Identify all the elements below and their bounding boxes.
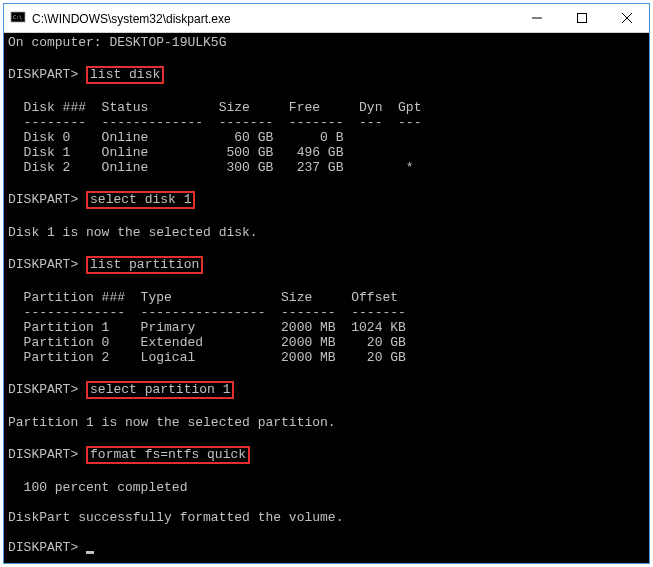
cursor — [86, 551, 94, 554]
titlebar[interactable]: C:\ C:\WINDOWS\system32\diskpart.exe — [4, 4, 649, 33]
prompt: DISKPART> — [8, 257, 78, 272]
svg-text:C:\: C:\ — [13, 14, 22, 20]
disk-table-sep: -------- ------------- ------- ------- -… — [8, 115, 645, 130]
prompt: DISKPART> — [8, 447, 78, 462]
computer-line: On computer: DESKTOP-19ULK5G — [8, 35, 645, 50]
cmd-format: format fs=ntfs quick — [86, 446, 250, 464]
msg-selected-disk: Disk 1 is now the selected disk. — [8, 225, 645, 240]
terminal-output[interactable]: On computer: DESKTOP-19ULK5GDISKPART> li… — [4, 33, 649, 563]
cmd-select-disk: select disk 1 — [86, 191, 195, 209]
disk-table-header: Disk ### Status Size Free Dyn Gpt — [8, 100, 645, 115]
msg-progress: 100 percent completed — [8, 480, 645, 495]
maximize-button[interactable] — [559, 4, 604, 33]
partition-row: Partition 1 Primary 2000 MB 1024 KB — [8, 320, 645, 335]
cmd-list-partition: list partition — [86, 256, 203, 274]
svg-rect-4 — [577, 14, 586, 23]
partition-row: Partition 0 Extended 2000 MB 20 GB — [8, 335, 645, 350]
close-button[interactable] — [604, 4, 649, 33]
window-title: C:\WINDOWS\system32\diskpart.exe — [32, 11, 514, 26]
prompt: DISKPART> — [8, 382, 78, 397]
partition-table-header: Partition ### Type Size Offset — [8, 290, 645, 305]
prompt: DISKPART> — [8, 67, 78, 82]
disk-row: Disk 2 Online 300 GB 237 GB * — [8, 160, 645, 175]
prompt: DISKPART> — [8, 192, 78, 207]
partition-row: Partition 2 Logical 2000 MB 20 GB — [8, 350, 645, 365]
msg-selected-partition: Partition 1 is now the selected partitio… — [8, 415, 645, 430]
partition-table-sep: ------------- ---------------- ------- -… — [8, 305, 645, 320]
minimize-button[interactable] — [514, 4, 559, 33]
diskpart-window: C:\ C:\WINDOWS\system32\diskpart.exe On … — [3, 3, 650, 564]
disk-row: Disk 0 Online 60 GB 0 B — [8, 130, 645, 145]
cmd-select-partition: select partition 1 — [86, 381, 234, 399]
prompt: DISKPART> — [8, 540, 78, 555]
app-icon: C:\ — [10, 10, 26, 26]
msg-done: DiskPart successfully formatted the volu… — [8, 510, 645, 525]
disk-row: Disk 1 Online 500 GB 496 GB — [8, 145, 645, 160]
cmd-list-disk: list disk — [86, 66, 164, 84]
